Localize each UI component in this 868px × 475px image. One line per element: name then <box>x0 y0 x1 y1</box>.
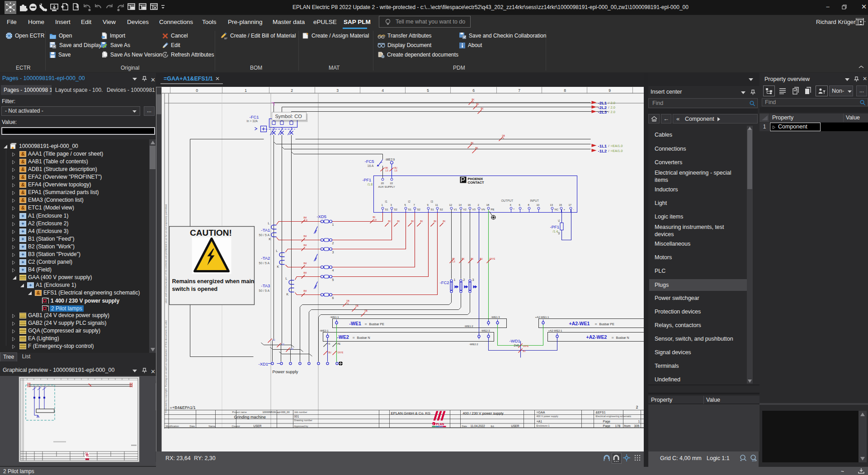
svg-text:2: 2 <box>463 278 465 281</box>
svg-text:2: 2 <box>636 405 638 409</box>
svg-text:-TA2: -TA2 <box>261 256 270 261</box>
svg-text:-TA3: -TA3 <box>261 283 270 288</box>
svg-text:from: from <box>624 424 631 428</box>
svg-text:K: K <box>287 293 289 296</box>
svg-text:0: 0 <box>196 88 198 93</box>
svg-text:BM: BM <box>304 244 307 247</box>
svg-text:BU: BU <box>395 167 397 169</box>
svg-text:I3: I3 <box>431 200 434 203</box>
svg-text:BK: BK <box>373 216 376 218</box>
svg-text:-PF1: -PF1 <box>550 224 560 229</box>
svg-text:=EA/1.0: =EA/1.0 <box>611 149 623 153</box>
svg-text:7: 7 <box>518 88 520 93</box>
svg-text:-: - <box>573 208 574 211</box>
svg-text:Grinding machine: Grinding machine <box>234 415 266 419</box>
svg-text:2x6: 2x6 <box>514 344 519 347</box>
svg-text:=: = <box>365 322 367 326</box>
svg-text:-WE2:2: -WE2:2 <box>469 343 479 346</box>
svg-text:PE: PE <box>491 208 495 211</box>
svg-text:5: 5 <box>427 88 429 93</box>
svg-text:BM: BM <box>304 217 307 219</box>
svg-text:8: 8 <box>564 88 566 93</box>
svg-text:+A2-WE2: +A2-WE2 <box>586 334 607 340</box>
svg-text:1,5: 1,5 <box>386 170 389 172</box>
svg-text:-WE2: -WE2 <box>337 334 349 340</box>
svg-text:Approved by: Approved by <box>294 425 308 428</box>
svg-text:N: N <box>329 342 330 345</box>
svg-text:16 A: 16 A <box>368 164 374 167</box>
svg-text:10: 10 <box>537 204 540 206</box>
svg-text:+A2-WE2:1: +A2-WE2:1 <box>548 329 563 332</box>
svg-text:20: 20 <box>381 182 384 185</box>
svg-text:switch is opened: switch is opened <box>172 286 218 292</box>
svg-text:BM: BM <box>304 290 307 292</box>
svg-text:-FC5: -FC5 <box>365 159 374 164</box>
svg-text:BM: BM <box>304 262 307 265</box>
svg-text:Busbar PE: Busbar PE <box>599 323 615 326</box>
svg-text:BK: BK <box>471 142 474 144</box>
svg-text:Ed.: Ed. <box>491 425 495 428</box>
svg-text:K: K <box>277 265 279 268</box>
svg-text:L3: L3 <box>291 348 294 350</box>
svg-text:-WE2:3: -WE2:3 <box>481 329 491 332</box>
svg-text:-WE1:2: -WE1:2 <box>464 325 474 328</box>
svg-text:=: = <box>612 335 614 340</box>
svg-text:Job number: Job number <box>294 411 307 413</box>
svg-text:6: 6 <box>472 88 475 93</box>
svg-text:-: - <box>523 208 524 211</box>
svg-text:Electrical engineering schemat: Electrical engineering schematic <box>596 415 632 418</box>
svg-text:L1: L1 <box>273 339 276 341</box>
svg-text:V2: V2 <box>463 208 467 211</box>
svg-text:Project name: Project name <box>232 411 247 413</box>
svg-text:+A2-WE1: +A2-WE1 <box>569 321 590 326</box>
svg-text:BK: BK <box>443 220 446 223</box>
svg-text:-WD1: -WD1 <box>509 338 520 343</box>
svg-text:BK: BK <box>386 167 388 169</box>
svg-text:S2: S2 <box>394 208 398 211</box>
svg-text:/1.4: /1.4 <box>553 230 558 233</box>
svg-text:BU: BU <box>523 350 526 352</box>
svg-text:L2: L2 <box>282 343 285 346</box>
svg-text:11.04.2022: 11.04.2022 <box>471 424 485 428</box>
svg-text:BK: BK <box>481 108 484 110</box>
svg-text:178: 178 <box>615 424 621 428</box>
svg-text:2: 2 <box>291 88 293 93</box>
svg-text:14: 14 <box>459 204 462 206</box>
svg-text:BU: BU <box>480 258 483 260</box>
svg-text:x1: x1 <box>557 219 560 222</box>
svg-text:INPUT: INPUT <box>530 199 539 202</box>
svg-text:-WE1: -WE1 <box>349 321 361 326</box>
svg-text:2: 2 <box>332 242 334 245</box>
svg-text:-1L2: -1L2 <box>598 148 607 153</box>
svg-text:1: 1 <box>454 278 456 281</box>
svg-text:=: = <box>353 335 355 340</box>
svg-text:3: 3 <box>336 88 339 93</box>
svg-text:4: 4 <box>332 269 334 272</box>
svg-text:PLAN: PLAN <box>436 423 444 426</box>
svg-text:BK: BK <box>472 99 475 101</box>
svg-text:-FC1: -FC1 <box>250 114 259 119</box>
svg-text:Drawing number: Drawing number <box>294 419 313 422</box>
svg-text:NC: NC <box>555 208 559 211</box>
svg-text:3: 3 <box>472 278 474 281</box>
svg-text:USER: USER <box>254 424 262 428</box>
svg-text:1,5: 1,5 <box>453 261 456 263</box>
svg-text:DB: DB <box>365 310 368 312</box>
svg-text:9: 9 <box>609 88 611 93</box>
svg-text:=: = <box>595 322 597 326</box>
svg-text:=GAA: =GAA <box>537 411 545 414</box>
svg-text:V1: V1 <box>454 208 458 211</box>
svg-text:-XD1: -XD1 <box>259 361 269 366</box>
svg-text:2.0: 2.0 <box>611 101 615 105</box>
svg-text:-PF1: -PF1 <box>363 178 372 182</box>
svg-text:-WE2:9: -WE2:9 <box>385 158 395 161</box>
svg-text:DB: DB <box>356 305 359 307</box>
svg-text:K: K <box>269 238 271 241</box>
svg-text:50 / 5 A: 50 / 5 A <box>259 261 270 265</box>
svg-text:BK: BK <box>434 220 437 223</box>
svg-text:Protected by copyright. Passin: Protected by copyright. Passing on as we… <box>165 320 167 413</box>
svg-text:BK: BK <box>453 258 455 260</box>
svg-text:Page: Page <box>603 424 610 428</box>
svg-text:5: 5 <box>332 278 334 281</box>
svg-text:EPLAN GmbH & Co. KG: EPLAN GmbH & Co. KG <box>391 411 431 415</box>
